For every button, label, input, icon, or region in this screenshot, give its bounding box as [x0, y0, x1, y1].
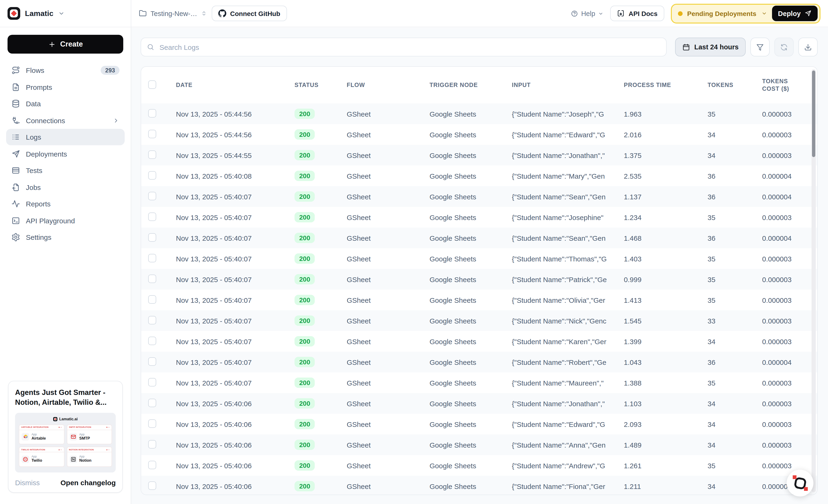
row-checkbox[interactable]	[148, 460, 156, 469]
count-badge: 293	[101, 66, 120, 75]
cell-input: {"Student Name":"Joseph","G	[510, 110, 621, 118]
row-checkbox[interactable]	[148, 171, 156, 179]
sidebar-item-deployments[interactable]: Deployments	[6, 145, 125, 162]
row-checkbox[interactable]	[148, 274, 156, 283]
row-checkbox[interactable]	[148, 399, 156, 407]
help-circle-icon	[571, 10, 578, 17]
table-row[interactable]: Nov 13, 2025 - 05:44:55200GSheetGoogle S…	[141, 145, 817, 166]
cell-date: Nov 13, 2025 - 05:44:56	[169, 131, 289, 138]
api-docs-button[interactable]: API Docs	[610, 6, 664, 21]
dismiss-button[interactable]: Dismiss	[15, 478, 40, 487]
row-checkbox[interactable]	[148, 316, 156, 324]
table-row[interactable]: Nov 13, 2025 - 05:44:56200GSheetGoogle S…	[141, 124, 817, 145]
jobs-icon	[11, 183, 20, 192]
table-row[interactable]: Nov 13, 2025 - 05:40:07200GSheetGoogle S…	[141, 186, 817, 207]
select-all-checkbox[interactable]	[148, 80, 156, 89]
table-row[interactable]: Nov 13, 2025 - 05:40:06200GSheetGoogle S…	[141, 414, 817, 434]
row-checkbox[interactable]	[148, 357, 156, 366]
cell-flow: GSheet	[343, 255, 428, 263]
table-row[interactable]: Nov 13, 2025 - 05:44:56200GSheetGoogle S…	[141, 103, 817, 124]
table-row[interactable]: Nov 13, 2025 - 05:40:06200GSheetGoogle S…	[141, 434, 817, 455]
pending-deployments-dropdown[interactable]: Pending Deployments Deploy	[671, 4, 821, 23]
row-checkbox[interactable]	[148, 130, 156, 138]
status-badge: 200	[294, 233, 315, 243]
help-menu[interactable]: Help	[571, 10, 604, 17]
promo-image: Lamatic.ai AIRTABLE INTEGRATION▸ –AppAir…	[15, 413, 116, 472]
cell-input: {"Student Name":"Maureen","	[510, 379, 621, 387]
row-checkbox[interactable]	[148, 150, 156, 159]
table-row[interactable]: Nov 13, 2025 - 05:40:07200GSheetGoogle S…	[141, 331, 817, 352]
cell-date: Nov 13, 2025 - 05:40:07	[169, 213, 289, 221]
create-button[interactable]: Create	[7, 35, 123, 54]
project-name: Testing-New-…	[151, 10, 197, 17]
play-icon: ▸ –	[59, 449, 62, 451]
cell-process-time: 1.399	[621, 337, 706, 345]
search-input[interactable]	[159, 43, 661, 51]
table-row[interactable]: Nov 13, 2025 - 05:40:07200GSheetGoogle S…	[141, 269, 817, 290]
sidebar-item-data[interactable]: Data	[6, 95, 125, 112]
cell-tokens-cost: 0.000003	[760, 379, 817, 387]
cell-tokens: 33	[706, 317, 760, 325]
column-header-input: INPUT	[510, 81, 621, 89]
table-row[interactable]: Nov 13, 2025 - 05:40:07200GSheetGoogle S…	[141, 352, 817, 372]
row-checkbox[interactable]	[148, 109, 156, 117]
plus-icon	[48, 40, 56, 48]
lamatic-mark-icon	[794, 477, 806, 490]
time-range-button[interactable]: Last 24 hours	[675, 38, 746, 56]
refresh-button[interactable]	[774, 38, 794, 56]
deploy-button[interactable]: Deploy	[772, 6, 818, 21]
sidebar-item-jobs[interactable]: Jobs	[6, 179, 125, 195]
cell-tokens: 35	[706, 255, 760, 263]
promo-brand: Lamatic.ai	[19, 417, 112, 421]
sidebar-item-prompts[interactable]: Prompts	[6, 79, 125, 95]
table-row[interactable]: Nov 13, 2025 - 05:40:07200GSheetGoogle S…	[141, 248, 817, 269]
cell-input: {"Student Name":"Olivia","Ger	[510, 296, 621, 304]
table-row[interactable]: Nov 13, 2025 - 05:40:06200GSheetGoogle S…	[141, 393, 817, 414]
row-checkbox[interactable]	[148, 254, 156, 262]
row-checkbox[interactable]	[148, 192, 156, 200]
table-row[interactable]: Nov 13, 2025 - 05:40:06200GSheetGoogle S…	[141, 476, 817, 495]
row-checkbox[interactable]	[148, 378, 156, 386]
row-checkbox[interactable]	[148, 295, 156, 304]
scrollbar-thumb[interactable]	[812, 71, 815, 157]
open-changelog-button[interactable]: Open changelog	[60, 478, 116, 487]
table-row[interactable]: Nov 13, 2025 - 05:40:07200GSheetGoogle S…	[141, 372, 817, 393]
cell-input: {"Student Name":"Fiona","Ger	[510, 482, 621, 490]
sidebar-item-settings[interactable]: Settings	[6, 229, 125, 245]
row-checkbox[interactable]	[148, 440, 156, 448]
cell-process-time: 1.545	[621, 317, 706, 325]
row-checkbox[interactable]	[148, 336, 156, 345]
sidebar-item-flows[interactable]: Flows293	[6, 62, 125, 79]
sidebar-item-api-playground[interactable]: API Playground	[6, 212, 125, 229]
cell-flow: GSheet	[343, 420, 428, 428]
sidebar-item-logs[interactable]: Logs	[6, 129, 125, 145]
cell-flow: GSheet	[343, 399, 428, 407]
connect-github-button[interactable]: Connect GitHub	[212, 6, 287, 21]
sidebar-item-connections[interactable]: Connections	[6, 112, 125, 129]
row-checkbox[interactable]	[148, 233, 156, 241]
download-button[interactable]	[798, 38, 818, 56]
create-button-label: Create	[60, 40, 83, 48]
table-row[interactable]: Nov 13, 2025 - 05:40:07200GSheetGoogle S…	[141, 207, 817, 228]
table-row[interactable]: Nov 13, 2025 - 05:40:06200GSheetGoogle S…	[141, 455, 817, 476]
row-checkbox[interactable]	[148, 212, 156, 221]
cell-input: {"Student Name":"Jonathan","	[510, 399, 621, 407]
table-row[interactable]: Nov 13, 2025 - 05:40:07200GSheetGoogle S…	[141, 310, 817, 331]
cell-trigger-node: Google Sheets	[428, 172, 510, 180]
cell-tokens-cost: 0.000003	[760, 131, 817, 138]
table-scrollbar[interactable]	[812, 69, 816, 492]
chat-widget-button[interactable]	[787, 470, 814, 497]
table-row[interactable]: Nov 13, 2025 - 05:40:07200GSheetGoogle S…	[141, 228, 817, 248]
filter-button[interactable]	[750, 38, 770, 56]
sidebar-item-label: Jobs	[26, 183, 41, 191]
sidebar-item-reports[interactable]: Reports	[6, 195, 125, 212]
cell-trigger-node: Google Sheets	[428, 379, 510, 387]
table-row[interactable]: Nov 13, 2025 - 05:40:07200GSheetGoogle S…	[141, 290, 817, 310]
table-row[interactable]: Nov 13, 2025 - 05:40:08200GSheetGoogle S…	[141, 166, 817, 186]
row-checkbox[interactable]	[148, 419, 156, 427]
project-switcher[interactable]: Testing-New-…	[139, 9, 207, 17]
cell-flow: GSheet	[343, 337, 428, 345]
row-checkbox[interactable]	[148, 481, 156, 490]
workspace-switcher[interactable]: Lamatic	[0, 0, 131, 27]
sidebar-item-tests[interactable]: Tests	[6, 162, 125, 179]
